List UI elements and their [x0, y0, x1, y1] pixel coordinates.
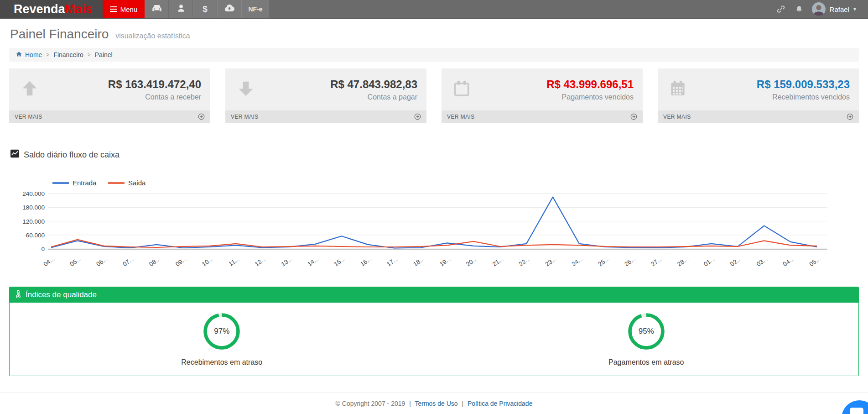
ver-mais-bar[interactable]: VER MAIS [9, 110, 210, 123]
ver-mais-bar[interactable]: VER MAIS [442, 110, 643, 123]
ver-mais-bar[interactable]: VER MAIS [658, 110, 859, 123]
card-text: R$ 47.843.982,83 Contas a pagar [264, 78, 417, 101]
svg-text:180.000: 180.000 [22, 204, 45, 211]
quality-panel-title: Índices de qualidade [26, 290, 97, 299]
arrow-down-icon [235, 78, 264, 101]
breadcrumb-item-painel: Painel [95, 51, 113, 58]
menu-button[interactable]: Menu [103, 0, 145, 18]
card-value: R$ 43.999.696,51 [480, 78, 634, 91]
line-chart-icon [10, 149, 20, 160]
svg-text:0: 0 [41, 246, 45, 252]
svg-text:27...: 27... [650, 255, 663, 267]
svg-text:08...: 08... [148, 255, 161, 267]
svg-text:60.000: 60.000 [26, 232, 45, 239]
copyright-text: © Copyright 2007 - 2019 [336, 400, 405, 407]
svg-text:Entrada: Entrada [73, 179, 97, 187]
svg-text:09...: 09... [174, 255, 188, 267]
chevron-down-icon: ▾ [853, 6, 856, 12]
breadcrumb-item-financeiro[interactable]: Financeiro [53, 51, 83, 58]
card-label: Pagamentos vencidos [480, 93, 634, 101]
user-name: Rafael [830, 5, 849, 13]
card-label: Contas a receber [47, 93, 201, 101]
card-label: Recebimentos vencidos [696, 93, 850, 101]
svg-text:28...: 28... [676, 255, 690, 267]
top-navbar: RevendaMais Menu $ NF-e Rafael [0, 0, 868, 19]
svg-text:Saida: Saida [128, 179, 146, 187]
gauge-recebimentos: 97% Recebimentos em atraso [10, 303, 434, 376]
chat-icon [849, 407, 864, 414]
gauge-donut: 97% [202, 312, 241, 351]
ver-mais-label: VER MAIS [15, 114, 42, 120]
car-icon [151, 2, 163, 16]
svg-text:120.000: 120.000 [22, 218, 45, 225]
svg-text:10...: 10... [201, 255, 214, 267]
dollar-icon: $ [203, 4, 208, 14]
circle-arrow-icon [847, 113, 853, 120]
svg-text:17...: 17... [385, 255, 399, 267]
svg-text:13...: 13... [280, 255, 294, 267]
gauge-percent: 95% [627, 312, 666, 351]
nav-customers-button[interactable] [169, 0, 193, 18]
ver-mais-label: VER MAIS [231, 114, 259, 120]
link-icon[interactable] [772, 0, 790, 18]
chart-title-text: Saldo diário fluxo de caixa [24, 150, 120, 160]
card-text: R$ 43.999.696,51 Pagamentos vencidos [480, 78, 634, 101]
card-value: R$ 47.843.982,83 [264, 78, 417, 91]
brand-text-revenda: Revenda [14, 2, 65, 16]
svg-text:19...: 19... [438, 255, 452, 267]
ver-mais-bar[interactable]: VER MAIS [225, 110, 426, 123]
page-subtitle: visualização estatística [115, 32, 190, 40]
quality-panel: Índices de qualidade 97% Recebimentos em… [9, 287, 859, 376]
card-text: R$ 163.419.472,40 Contas a receber [47, 78, 201, 101]
cloud-upload-icon [223, 2, 235, 16]
card-value: R$ 159.009.533,23 [696, 78, 850, 91]
svg-text:26...: 26... [623, 255, 637, 267]
card-contas-a-pagar[interactable]: R$ 47.843.982,83 Contas a pagar VER MAIS [225, 68, 426, 123]
svg-text:05...: 05... [808, 255, 822, 267]
svg-text:04...: 04... [782, 255, 795, 267]
svg-text:01...: 01... [702, 255, 716, 267]
nav-nfe-button[interactable]: NF-e [241, 0, 270, 18]
calendar-grid-icon [668, 78, 696, 101]
nav-finance-button[interactable]: $ [193, 0, 217, 18]
breadcrumb-separator: > [46, 52, 49, 58]
menu-button-label: Menu [120, 5, 138, 13]
card-pagamentos-vencidos[interactable]: R$ 43.999.696,51 Pagamentos vencidos VER… [442, 68, 643, 123]
brand-logo[interactable]: RevendaMais [0, 0, 103, 18]
cashflow-chart[interactable]: 240.000180.000120.00060.000004...05...06… [9, 178, 860, 272]
svg-text:11...: 11... [228, 255, 241, 267]
termos-de-uso-link[interactable]: Termos de Uso [415, 400, 457, 407]
svg-text:06...: 06... [95, 255, 109, 267]
gauge-pagamentos: 95% Pagamentos em atraso [434, 303, 859, 376]
page-footer: © Copyright 2007 - 2019 | Termos de Uso … [0, 393, 868, 414]
card-label: Contas a pagar [264, 93, 417, 101]
nfe-label: NF-e [248, 5, 262, 13]
svg-text:16...: 16... [359, 255, 373, 267]
breadcrumb-home-link[interactable]: Home [16, 51, 42, 59]
gauge-label: Recebimentos em atraso [181, 358, 262, 367]
navbar-spacer [270, 0, 772, 18]
gauge-donut: 95% [627, 312, 666, 351]
nav-cloud-upload-button[interactable] [217, 0, 241, 18]
card-contas-a-receber[interactable]: R$ 163.419.472,40 Contas a receber VER M… [9, 68, 210, 123]
notifications-bell-icon[interactable] [790, 0, 808, 18]
card-body: R$ 163.419.472,40 Contas a receber [9, 68, 210, 110]
calendar-icon [452, 78, 480, 101]
arrow-up-icon [19, 78, 47, 101]
svg-text:14...: 14... [307, 255, 320, 267]
card-body: R$ 159.009.533,23 Recebimentos vencidos [658, 68, 859, 110]
svg-text:25...: 25... [597, 255, 610, 267]
breadcrumb: Home > Financeiro > Painel [9, 48, 859, 62]
avatar [812, 2, 826, 16]
card-body: R$ 43.999.696,51 Pagamentos vencidos [442, 68, 643, 110]
ver-mais-label: VER MAIS [447, 114, 475, 120]
svg-text:20...: 20... [465, 255, 478, 267]
user-menu[interactable]: Rafael ▾ [808, 0, 868, 18]
nav-vehicles-button[interactable] [145, 0, 169, 18]
politica-privacidade-link[interactable]: Política de Privacidade [468, 400, 532, 407]
person-icon [176, 3, 186, 15]
card-body: R$ 47.843.982,83 Contas a pagar [225, 68, 426, 110]
circle-arrow-icon [198, 113, 205, 120]
card-recebimentos-vencidos[interactable]: R$ 159.009.533,23 Recebimentos vencidos … [658, 68, 859, 123]
cashflow-chart-area: 240.000180.000120.00060.000004...05...06… [9, 178, 868, 272]
